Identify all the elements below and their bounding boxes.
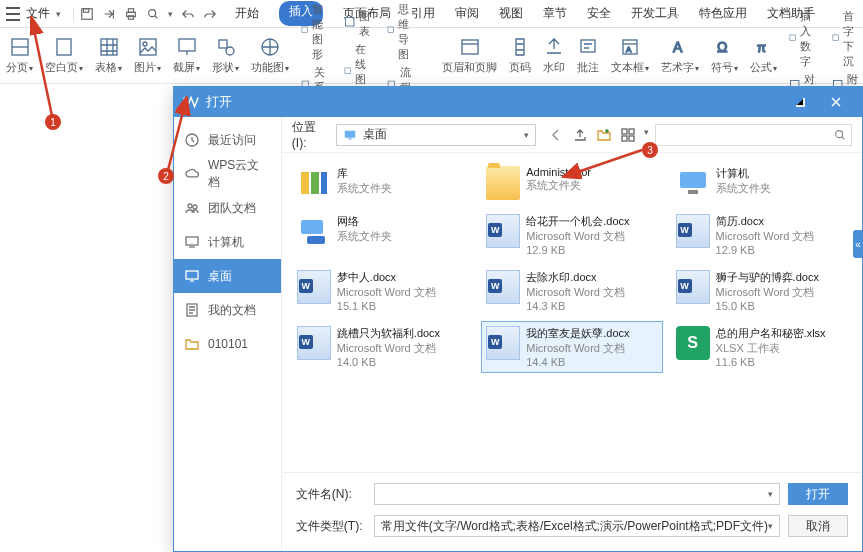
- search-input[interactable]: [655, 124, 852, 146]
- file-item[interactable]: 简历.docxMicrosoft Word 文档12.9 KB: [671, 209, 852, 261]
- svg-rect-1: [84, 8, 89, 12]
- tab-开发工具[interactable]: 开发工具: [631, 1, 679, 26]
- file-item[interactable]: 跳槽只为软福利.docxMicrosoft Word 文档14.0 KB: [292, 321, 473, 373]
- sidenav-desktop[interactable]: 桌面: [174, 259, 281, 293]
- sidenav-docs[interactable]: 我的文档: [174, 293, 281, 327]
- svg-rect-51: [307, 236, 325, 244]
- desktop-icon: [184, 268, 200, 284]
- ribbon-icon: [259, 36, 281, 58]
- ribbon-水印[interactable]: 水印: [543, 36, 565, 75]
- dialog-title: 打开: [206, 93, 782, 111]
- desktop-icon: [343, 128, 357, 142]
- ribbon-图表[interactable]: 图表: [344, 9, 375, 39]
- file-item[interactable]: 计算机系统文件夹: [671, 161, 852, 205]
- cancel-button[interactable]: 取消: [788, 515, 848, 537]
- ribbon-艺术字[interactable]: A艺术字▾: [661, 36, 699, 75]
- tab-安全[interactable]: 安全: [587, 1, 611, 26]
- network-icon: [297, 214, 331, 248]
- word-doc-icon: [676, 214, 710, 248]
- ribbon-icon: A: [619, 36, 641, 58]
- chevron-down-icon: ▾: [524, 130, 529, 140]
- filename-label: 文件名(N):: [296, 486, 366, 503]
- open-dialog: 打开 最近访问WPS云文档团队文档计算机桌面我的文档010101 位置(I): …: [173, 86, 863, 552]
- ribbon-分页[interactable]: 分页▾: [6, 36, 33, 75]
- ribbon-思维导图[interactable]: 思维导图: [387, 2, 418, 62]
- ribbon-页码[interactable]: 页码: [509, 36, 531, 75]
- tab-开始[interactable]: 开始: [235, 1, 259, 26]
- file-item[interactable]: 给花开一个机会.docxMicrosoft Word 文档12.9 KB: [481, 209, 662, 261]
- file-name: 给花开一个机会.docx: [526, 214, 629, 229]
- ribbon-首字下沉[interactable]: 首字下沉: [832, 9, 863, 69]
- side-panel-tab[interactable]: «: [853, 230, 863, 258]
- ribbon-icon: [387, 24, 394, 40]
- filename-input[interactable]: ▾: [374, 483, 780, 505]
- svg-text:π: π: [757, 40, 766, 55]
- svg-rect-46: [311, 172, 319, 194]
- tab-特色应用[interactable]: 特色应用: [699, 1, 747, 26]
- file-name: 我的室友是妖孽.docx: [526, 326, 629, 341]
- redo-icon[interactable]: [203, 7, 217, 21]
- file-name: 计算机: [716, 166, 771, 181]
- sidenav-team[interactable]: 团队文档: [174, 191, 281, 225]
- svg-rect-19: [388, 27, 393, 32]
- sidenav-folder[interactable]: 010101: [174, 327, 281, 361]
- svg-point-13: [226, 47, 234, 55]
- ribbon-icon: [459, 36, 481, 58]
- ribbon-功能图[interactable]: 功能图▾: [251, 36, 289, 75]
- location-value: 桌面: [363, 126, 387, 143]
- file-item[interactable]: 狮子与驴的博弈.docxMicrosoft Word 文档15.0 KB: [671, 265, 852, 317]
- ribbon-插入数字[interactable]: 插入数字: [789, 9, 820, 69]
- tab-视图[interactable]: 视图: [499, 1, 523, 26]
- svg-rect-3: [128, 8, 133, 12]
- file-name: 跳槽只为软福利.docx: [337, 326, 440, 341]
- ribbon-页眉和页脚[interactable]: 页眉和页脚: [442, 36, 497, 75]
- file-item[interactable]: 我的室友是妖孽.docxMicrosoft Word 文档14.4 KB: [481, 321, 662, 373]
- ribbon-icon: [344, 16, 355, 32]
- svg-rect-39: [348, 138, 352, 139]
- file-name: 梦中人.docx: [337, 270, 436, 285]
- ribbon-文本框[interactable]: A文本框▾: [611, 36, 649, 75]
- svg-line-52: [32, 20, 52, 116]
- svg-rect-22: [581, 40, 595, 52]
- file-item[interactable]: 网络系统文件夹: [292, 209, 473, 261]
- file-name: 网络: [337, 214, 392, 229]
- ribbon-公式[interactable]: π公式▾: [750, 36, 777, 75]
- ribbon-icon: [577, 36, 599, 58]
- svg-line-53: [168, 100, 186, 170]
- tab-审阅[interactable]: 审阅: [455, 1, 479, 26]
- svg-rect-47: [321, 172, 327, 194]
- tab-章节[interactable]: 章节: [543, 1, 567, 26]
- dialog-main: 位置(I): 桌面 ▾ ▾ 库系统文件夹Administrator系统文件: [282, 117, 862, 551]
- annotation-badge-1: 1: [45, 114, 61, 130]
- xlsx-icon: [676, 326, 710, 360]
- ribbon-icon: [509, 36, 531, 58]
- ribbon-智能图形[interactable]: 智能图形: [301, 2, 332, 62]
- ribbon-截屏[interactable]: 截屏▾: [173, 36, 200, 75]
- filetype-select[interactable]: 常用文件(文字/Word格式;表格/Excel格式;演示/PowerPoint格…: [374, 515, 780, 537]
- file-item[interactable]: 库系统文件夹: [292, 161, 473, 205]
- file-item[interactable]: 去除水印.docxMicrosoft Word 文档14.3 KB: [481, 265, 662, 317]
- file-name: 去除水印.docx: [526, 270, 625, 285]
- ribbon-批注[interactable]: 批注: [577, 36, 599, 75]
- ribbon-符号[interactable]: Ω符号▾: [711, 36, 738, 75]
- ribbon-形状[interactable]: 形状▾: [212, 36, 239, 75]
- open-button[interactable]: 打开: [788, 483, 848, 505]
- dialog-footer: 文件名(N): ▾ 打开 文件类型(T): 常用文件(文字/Word格式;表格/…: [282, 472, 862, 551]
- file-name: 总的用户名和秘密.xlsx: [716, 326, 826, 341]
- file-item[interactable]: 总的用户名和秘密.xlsxXLSX 工作表11.6 KB: [671, 321, 852, 373]
- svg-rect-45: [301, 172, 309, 194]
- filetype-label: 文件类型(T):: [296, 518, 366, 535]
- minimize-button[interactable]: [782, 87, 818, 117]
- library-icon: [297, 166, 331, 200]
- sidenav-computer[interactable]: 计算机: [174, 225, 281, 259]
- dialog-sidenav: 最近访问WPS云文档团队文档计算机桌面我的文档010101: [174, 117, 282, 551]
- chevron-down-icon: ▾: [768, 489, 773, 499]
- close-button[interactable]: [818, 87, 854, 117]
- team-icon: [184, 200, 200, 216]
- svg-rect-50: [301, 220, 323, 234]
- svg-rect-11: [179, 39, 195, 51]
- location-select[interactable]: 桌面 ▾: [336, 124, 536, 146]
- word-doc-icon: [676, 270, 710, 304]
- undo-icon[interactable]: [181, 7, 195, 21]
- file-item[interactable]: 梦中人.docxMicrosoft Word 文档15.1 KB: [292, 265, 473, 317]
